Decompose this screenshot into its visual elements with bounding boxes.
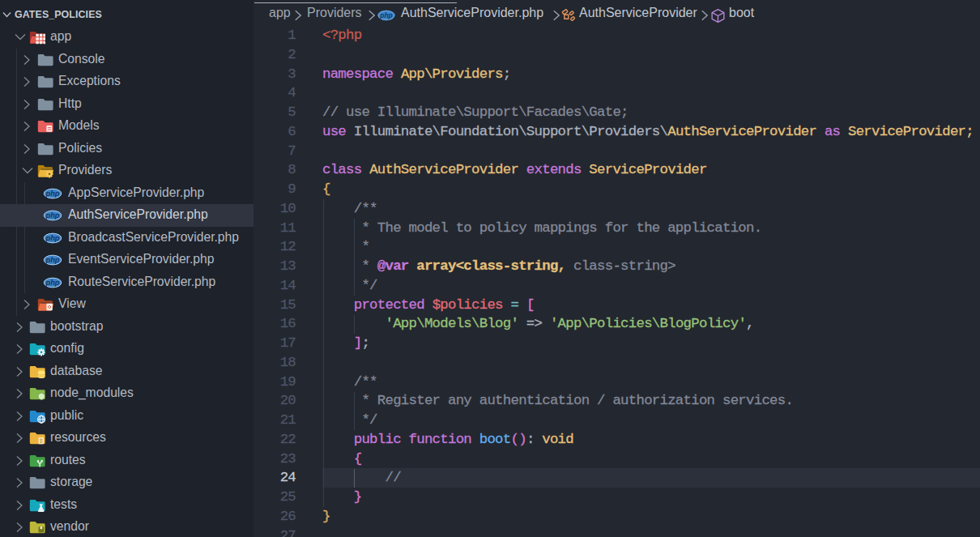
- svg-text:php: php: [379, 11, 392, 19]
- svg-text:php: php: [45, 189, 59, 198]
- svg-text:php: php: [45, 255, 59, 264]
- svg-text:php: php: [45, 211, 59, 219]
- svg-text:php: php: [45, 278, 59, 287]
- svg-text:php: php: [45, 233, 59, 242]
